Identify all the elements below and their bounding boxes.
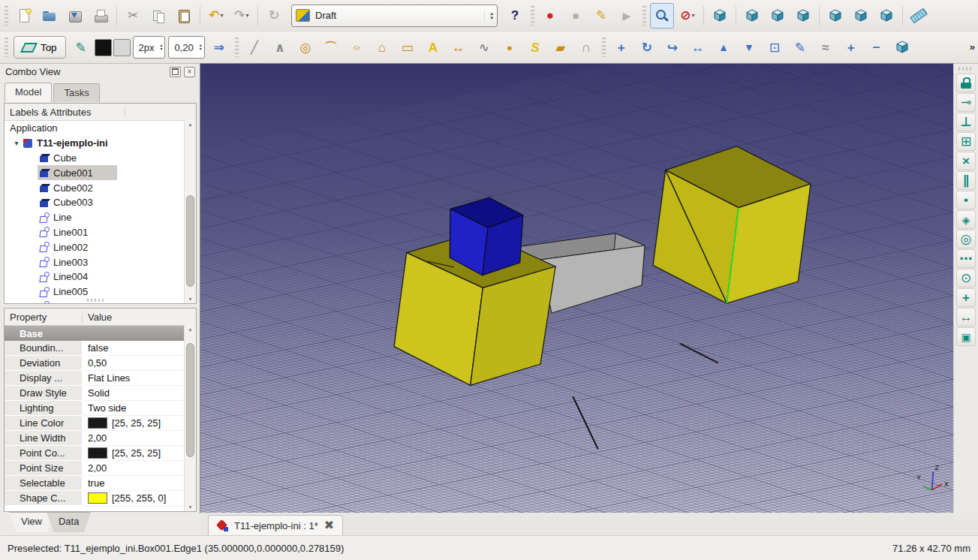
open-document-button[interactable] [38, 3, 62, 29]
property-value[interactable]: Solid [83, 386, 196, 401]
draft-text-button[interactable]: A [421, 35, 445, 60]
tree-hscroll-grip[interactable] [87, 299, 104, 302]
scroll-up-icon[interactable]: ▲ [185, 122, 196, 127]
tree-item-line001[interactable]: Line001 [5, 225, 196, 240]
property-row-line-color[interactable]: Line Color[25, 25, 25] [5, 416, 196, 431]
property-row-line-width[interactable]: Line Width2,00 [5, 431, 196, 446]
property-row-point-size[interactable]: Point Size2,00 [5, 461, 196, 476]
view-front-button[interactable] [740, 3, 764, 29]
close-document-icon[interactable]: ✖ [324, 519, 334, 531]
expander-icon[interactable]: ▾ [12, 139, 21, 147]
cut-button[interactable]: ✂ [121, 3, 145, 29]
scroll-up-icon[interactable]: ▲ [185, 327, 196, 332]
draft-wire2bspline-button[interactable]: ≈ [814, 35, 838, 60]
tree-item-cube001[interactable]: Cube001 [5, 165, 196, 180]
property-row-shape-c-[interactable]: Shape C...[255, 255, 0] [5, 491, 196, 506]
working-plane-button[interactable]: Top [14, 36, 66, 59]
draft-wire-button[interactable]: ∧ [268, 35, 292, 60]
property-value[interactable]: 2,00 [83, 431, 196, 446]
undo-button[interactable]: ↶▾ [204, 3, 228, 29]
draft-delpoint-button[interactable]: − [865, 35, 889, 60]
property-value[interactable]: 2,00 [83, 461, 196, 476]
property-value[interactable]: [25, 25, 25] [83, 446, 196, 461]
draft-bezcurve-button[interactable]: ∩ [574, 35, 598, 60]
panel-close-button[interactable]: × [184, 67, 195, 77]
snap-intersection-button[interactable]: × [956, 152, 976, 170]
tree-item-line005[interactable]: Line005 [5, 285, 196, 300]
tree-item-cube[interactable]: Cube [5, 151, 196, 166]
spinner-arrows-icon[interactable]: ▴▾ [484, 11, 493, 20]
tree-item-line[interactable]: Line [5, 210, 196, 225]
draft-move-button[interactable]: + [609, 35, 633, 60]
draft-edit-button[interactable]: ✎ [788, 35, 812, 60]
draft-rotate-button[interactable]: ↻ [635, 35, 659, 60]
workbench-selector[interactable]: Draft▴▾ [291, 5, 498, 27]
copy-button[interactable] [146, 3, 170, 29]
new-document-button[interactable] [12, 3, 36, 29]
property-row-display-[interactable]: Display ...Flat Lines [5, 371, 196, 386]
property-row-lighting[interactable]: LightingTwo side [5, 401, 196, 416]
toolbar-grip[interactable] [602, 38, 606, 57]
draft-downgrade-button[interactable]: ▼ [737, 35, 761, 60]
draft-ellipse-button[interactable]: ○ [345, 35, 369, 60]
draft-facebinder-button[interactable]: ▰ [549, 35, 573, 60]
snap-center-button[interactable]: ◎ [956, 230, 976, 248]
snap-midpoint-button[interactable]: ⊸ [956, 93, 976, 112]
property-value[interactable]: [255, 255, 0] [83, 491, 196, 506]
property-row-selectable[interactable]: Selectabletrue [5, 476, 196, 491]
snap-workingplane-button[interactable]: ▣ [956, 327, 976, 346]
view-right-button[interactable] [791, 3, 815, 29]
panel-float-button[interactable] [170, 67, 181, 77]
draft-scale-button[interactable]: ⊡ [763, 35, 787, 60]
snap-dimensions-button[interactable]: ↔ [956, 308, 976, 327]
property-value[interactable]: Two side [83, 401, 196, 416]
tree-item-t11-ejemplo-ini[interactable]: ▾T11-ejemplo-ini [5, 136, 196, 151]
macro-play-button[interactable]: ▶ [615, 3, 639, 29]
snap-grid-button[interactable]: ⊞ [956, 132, 976, 151]
tree-item-cube002[interactable]: Cube002 [5, 180, 196, 195]
document-tab[interactable]: T11-ejemplo-ini : 1* ✖ [208, 515, 343, 535]
draft-dimension-button[interactable]: ↔ [447, 35, 471, 60]
view-left-button[interactable] [874, 3, 898, 29]
snap-angle-button[interactable]: ◈ [956, 210, 976, 229]
tab-view[interactable]: View [9, 512, 54, 532]
draft-offset-button[interactable]: ↪ [661, 35, 685, 60]
draft-circle-button[interactable]: ◎ [293, 35, 317, 60]
tree-item-line002[interactable]: Line002 [5, 239, 196, 254]
dropdown-arrow-icon[interactable]: ▾ [692, 12, 695, 19]
blue-cube-object[interactable] [450, 197, 522, 275]
view-axonometric-button[interactable] [708, 3, 732, 29]
measure-distance-button[interactable] [907, 3, 931, 29]
macro-edit-button[interactable]: ✎ [589, 3, 613, 29]
toolbar-grip[interactable] [642, 6, 646, 26]
apply-style-button[interactable]: ⇒ [207, 35, 231, 60]
snap-lock-button[interactable] [956, 74, 976, 92]
property-value[interactable]: true [83, 476, 196, 491]
fit-all-button[interactable] [650, 3, 674, 29]
scroll-down-icon[interactable]: ▼ [185, 297, 196, 302]
tab-data[interactable]: Data [47, 512, 91, 532]
3d-viewport[interactable]: Z X Y [200, 64, 953, 513]
snap-near-button[interactable]: ⊙ [956, 269, 976, 288]
scroll-down-icon[interactable]: ▼ [185, 504, 196, 510]
line-width-spin[interactable]: 2px▴▾ [133, 36, 166, 59]
scale-spin[interactable]: 0,20▴▾ [168, 36, 204, 59]
draft-line-button[interactable]: ╱ [242, 35, 266, 60]
property-value[interactable]: false [83, 341, 196, 356]
spinner-arrows-icon[interactable]: ▴▾ [158, 44, 162, 51]
property-row-draw-style[interactable]: Draw StyleSolid [5, 386, 196, 401]
draft-trimex-button[interactable]: ↔ [686, 35, 710, 60]
macro-stop-button[interactable]: ■ [564, 3, 588, 29]
dropdown-arrow-icon[interactable]: ▾ [221, 12, 224, 19]
view-top-button[interactable] [766, 3, 790, 29]
redo-button[interactable]: ↷▾ [230, 3, 254, 29]
draft-rectangle-button[interactable]: ▭ [396, 35, 420, 60]
tree-item-line003[interactable]: Line003 [5, 254, 196, 269]
snap-endpoint-button[interactable]: • [956, 191, 976, 209]
toolbar-grip[interactable] [5, 6, 8, 26]
toolbar-overflow-button[interactable]: » [970, 41, 974, 53]
snap-parallel-button[interactable]: ∥ [956, 171, 976, 190]
tab-model[interactable]: Model [5, 83, 52, 102]
property-row-point-co-[interactable]: Point Co...[25, 25, 25] [5, 446, 196, 461]
toolbar-grip[interactable] [531, 6, 534, 26]
